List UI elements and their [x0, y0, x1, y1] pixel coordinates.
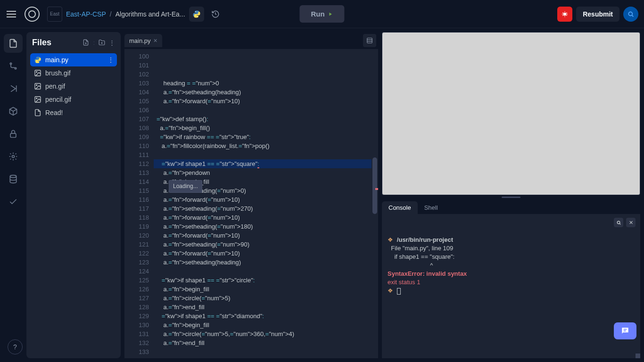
- code-line[interactable]: [154, 150, 378, 159]
- output-canvas[interactable]: [382, 32, 640, 195]
- svg-point-5: [15, 67, 16, 69]
- svg-point-23: [617, 221, 620, 224]
- rail-debugger-icon[interactable]: [4, 79, 23, 98]
- svg-point-17: [36, 85, 37, 86]
- code-line[interactable]: a.="fn">end_fill: [154, 303, 378, 312]
- file-item-pencil-gif[interactable]: pencil.gif: [30, 93, 117, 106]
- code-line[interactable]: [154, 347, 378, 356]
- terminal-tabs: ConsoleShell: [382, 199, 640, 214]
- console-clear-icon[interactable]: ✕: [626, 218, 636, 227]
- breadcrumb-separator: /: [110, 10, 112, 18]
- editor-tabs: main.py ×: [124, 32, 378, 49]
- rail-settings-icon[interactable]: [4, 147, 23, 166]
- code-line[interactable]: a.="fn">forward(="num">10): [154, 213, 378, 222]
- bug-report-button[interactable]: [557, 7, 572, 22]
- svg-rect-20: [367, 38, 372, 43]
- code-line[interactable]: ="kw">if shape1 == ="str">"square":: [154, 159, 378, 168]
- prompt-icon: ❖: [388, 287, 393, 294]
- code-line[interactable]: a.="fn">setheading(heading): [154, 88, 378, 97]
- menu-icon[interactable]: [6, 8, 17, 20]
- breadcrumb-team-link[interactable]: East-AP-CSP: [66, 10, 106, 18]
- resubmit-button[interactable]: Resubmit: [576, 7, 619, 22]
- sidebar-rail: [0, 28, 26, 362]
- file-item-brush-gif[interactable]: brush.gif: [30, 66, 117, 80]
- svg-point-1: [197, 16, 198, 17]
- help-button[interactable]: ?: [8, 339, 23, 354]
- history-icon[interactable]: [208, 7, 223, 22]
- replit-logo-icon[interactable]: [25, 7, 40, 22]
- code-line[interactable]: a.="fn">circle(="num">5): [154, 294, 378, 303]
- code-line[interactable]: [154, 267, 378, 276]
- breadcrumb: East-AP-CSP / Algorithms and Art-Ea...: [66, 10, 185, 18]
- code-line[interactable]: a.="fn">setheading(heading): [154, 258, 378, 267]
- file-item-Read-[interactable]: Read!: [30, 106, 117, 119]
- code-editor[interactable]: 1001011021031041051061071081091101111121…: [124, 49, 378, 358]
- search-button[interactable]: [623, 7, 638, 22]
- file-name: brush.gif: [45, 69, 71, 77]
- code-line[interactable]: a.="fn">forward(="num">10): [154, 97, 378, 106]
- file-more-icon[interactable]: ⋮: [107, 56, 114, 64]
- rail-tests-icon[interactable]: [4, 192, 23, 211]
- code-line[interactable]: a.="fn">begin_fill: [154, 321, 378, 329]
- editor-area: main.py × 100101102103104105106107108109…: [124, 32, 378, 358]
- rail-database-icon[interactable]: [4, 170, 23, 189]
- code-line[interactable]: a.="fn">setheading(="num">270): [154, 204, 378, 213]
- editor-layout-icon[interactable]: [363, 34, 376, 47]
- code-line[interactable]: a.="fn">end_fill: [154, 338, 378, 347]
- code-line[interactable]: a.="fn">fillcolor(rainbow_list.="fn">pop…: [154, 141, 378, 150]
- python-icon: [34, 56, 41, 64]
- rail-version-icon[interactable]: [4, 57, 23, 75]
- rail-secrets-icon[interactable]: [4, 124, 23, 143]
- code-line[interactable]: a.="fn">circle(="num">5,="num">360,="num…: [154, 329, 378, 338]
- code-line[interactable]: [154, 106, 378, 115]
- code-line[interactable]: a.="fn">forward(="num">10): [154, 195, 378, 204]
- breadcrumb-project[interactable]: Algorithms and Art-Ea...: [116, 10, 185, 18]
- code-line[interactable]: a.="fn">pendown: [154, 168, 378, 177]
- prompt-icon: ❖: [388, 236, 393, 243]
- output-pane: ConsoleShell ✕ ❖ /usr/bin/run-project Fi…: [382, 32, 640, 358]
- code-line[interactable]: a.="fn">end_fill(): [154, 356, 378, 358]
- python-icon[interactable]: [189, 7, 204, 22]
- files-panel: Files : ⋮ main.py⋮brush.gifpen.gifpencil…: [26, 32, 121, 358]
- file-item-pen-gif[interactable]: pen.gif: [30, 80, 117, 93]
- rail-packages-icon[interactable]: [4, 102, 23, 121]
- svg-point-8: [12, 156, 15, 158]
- console-search-icon[interactable]: [614, 218, 623, 227]
- code-line[interactable]: a.="fn">forward(="num">10): [154, 231, 378, 240]
- file-name: pen.gif: [45, 82, 65, 90]
- new-file-icon[interactable]: [83, 39, 89, 46]
- terminal-cursor: [397, 288, 401, 295]
- terminal-scrollbar[interactable]: [636, 354, 640, 358]
- tab-close-icon[interactable]: ×: [154, 37, 157, 44]
- files-title: Files: [32, 38, 51, 48]
- code-line[interactable]: ="kw">if shape1 == ="str">"circle":: [154, 276, 378, 285]
- terminal-tab-shell[interactable]: Shell: [418, 201, 445, 214]
- code-line[interactable]: heading = ="num">0: [154, 79, 378, 88]
- svg-point-2: [563, 12, 567, 16]
- code-line[interactable]: ="kw">def stamp():: [154, 115, 378, 123]
- tab-main-py[interactable]: main.py ×: [124, 34, 162, 47]
- editor-scrollbar[interactable]: [372, 49, 378, 358]
- svg-point-9: [10, 175, 16, 178]
- console-output[interactable]: ✕ ❖ /usr/bin/run-project File "main.py",…: [382, 214, 640, 358]
- code-line[interactable]: a.="fn">begin_fill(): [154, 123, 378, 132]
- file-item-main-py[interactable]: main.py⋮: [30, 53, 117, 66]
- new-folder-icon[interactable]: [99, 39, 105, 46]
- pane-resize-handle[interactable]: [382, 195, 640, 199]
- team-avatar[interactable]: East: [47, 7, 62, 22]
- chat-button[interactable]: [614, 322, 636, 339]
- rail-files-icon[interactable]: [4, 34, 23, 53]
- hover-tooltip: Loading...: [169, 180, 202, 193]
- code-line[interactable]: ="kw">if shape1 == ="str">"diamond":: [154, 312, 378, 321]
- svg-rect-7: [10, 133, 16, 137]
- code-line[interactable]: a.="fn">forward(="num">10): [154, 249, 378, 258]
- run-button[interactable]: Run: [299, 5, 344, 23]
- terminal-tab-console[interactable]: Console: [382, 201, 418, 214]
- svg-point-15: [36, 72, 37, 73]
- code-line[interactable]: a.="fn">begin_fill: [154, 285, 378, 294]
- code-line[interactable]: a.="fn">setheading(="num">180): [154, 222, 378, 231]
- code-line[interactable]: ="kw">if rainbow == ="str">"true":: [154, 132, 378, 141]
- code-line[interactable]: a.="fn">setheading(="num">90): [154, 240, 378, 249]
- file-name: main.py: [45, 56, 68, 64]
- files-more-icon[interactable]: ⋮: [109, 39, 115, 46]
